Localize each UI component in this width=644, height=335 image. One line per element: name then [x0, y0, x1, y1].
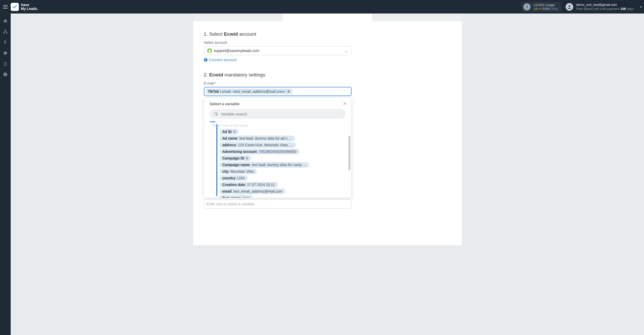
rail-flows-icon[interactable] — [3, 29, 8, 35]
picker-close-icon[interactable]: ✕ — [343, 101, 347, 106]
variable-pill[interactable]: city: Mountain View — [219, 169, 257, 174]
rail-user-icon[interactable] — [3, 61, 8, 67]
account-select-label: Select account — [204, 41, 451, 45]
variable-pill[interactable]: Advertising account: 7051862609259266050 — [219, 149, 299, 154]
variable-pill[interactable]: country: USA — [219, 175, 248, 181]
wizard-tab-2[interactable] — [283, 14, 372, 21]
account-select-value: support@savemyleads.com — [214, 49, 259, 53]
chip-remove-icon[interactable]: ✕ — [287, 89, 290, 93]
email-variable-chip[interactable]: TikTok | email: «test_email_address@mail… — [206, 89, 292, 94]
leads-usage-badge[interactable]: i LEADS usage: 14 of 5'000 (0%) — [521, 2, 561, 12]
variable-search-input[interactable] — [221, 112, 342, 116]
variable-source-label: TikTok: Get LEADS (new) — [212, 124, 347, 127]
side-rail: $ ? — [0, 14, 11, 335]
variable-list-scroll[interactable]: TikTok: Get LEADS (new) Ad ID: 0Ad name:… — [204, 121, 351, 198]
rail-home-icon[interactable] — [3, 19, 8, 24]
brand-logo[interactable]: Save My Leads. — [11, 3, 38, 11]
variable-search-box[interactable] — [210, 109, 346, 119]
avatar-icon — [566, 3, 573, 11]
wizard-tab-1[interactable] — [193, 14, 283, 21]
step2-heading: 2. Ecwid mandatory settings — [204, 72, 451, 78]
variable-pill[interactable]: Ad ID: 0 — [219, 129, 239, 135]
variable-pill[interactable]: Campaign ID: 0 — [219, 155, 251, 161]
variable-pill[interactable]: email: test_email_address@mail.com — [219, 189, 285, 194]
topbar: Save My Leads. i LEADS usage: 14 of 5'00… — [0, 0, 644, 14]
svg-rect-1 — [5, 30, 6, 31]
step1-heading: 1. Select Ecwid account — [204, 31, 451, 37]
brand-text: Save My Leads. — [21, 3, 38, 11]
svg-rect-3 — [6, 32, 7, 34]
account-icon — [207, 48, 212, 53]
chevron-down-icon[interactable]: ▾ — [638, 5, 644, 9]
email-field-label: E-mail * — [204, 81, 451, 85]
rail-briefcase-icon[interactable] — [3, 51, 8, 56]
svg-point-0 — [569, 5, 570, 7]
user-menu[interactable]: demo_sml_test@gmail.com Plan |Basic| lef… — [566, 3, 634, 11]
email-chip-input[interactable]: TikTok | email: «test_email_address@mail… — [204, 87, 352, 96]
variable-pill[interactable]: first_name: Jane — [219, 195, 253, 198]
plus-icon: + — [204, 58, 207, 62]
svg-text:?: ? — [5, 73, 6, 76]
account-select[interactable]: support@savemyleads.com ⌄ — [204, 46, 352, 55]
rail-billing-icon[interactable]: $ — [4, 40, 7, 46]
settings-panel: 1. Select Ecwid account Select account s… — [193, 21, 462, 245]
info-icon: i — [523, 3, 530, 10]
main-canvas: 1. Select Ecwid account Select account s… — [11, 14, 644, 335]
wizard-tab-3[interactable] — [372, 14, 462, 21]
user-text: demo_sml_test@gmail.com Plan |Basic| lef… — [576, 3, 634, 11]
leads-usage-text: LEADS usage: 14 of 5'000 (0%) — [534, 3, 558, 11]
variable-pill[interactable]: Ad name: test lead: dummy data for ad n … — [219, 136, 295, 141]
rail-help-icon[interactable]: ? — [3, 72, 8, 78]
hamburger-menu-button[interactable] — [0, 7, 11, 7]
svg-rect-2 — [4, 32, 5, 34]
connect-account-link[interactable]: + Connect account — [204, 58, 451, 62]
variable-pill[interactable]: Creation date: 17.07.2024 15:11 — [219, 182, 278, 187]
logo-icon — [11, 3, 19, 11]
search-icon — [214, 112, 218, 116]
svg-text:$: $ — [4, 40, 6, 44]
next-field-input[interactable]: Enter text or select a variable — [204, 199, 352, 209]
chevron-down-icon: ⌄ — [345, 48, 348, 53]
source-indicator-bar — [216, 124, 217, 196]
picker-title: Select a variable — [210, 102, 240, 106]
variable-pill[interactable]: address: 123 Castro Ave. Mountain View, … — [219, 142, 296, 148]
scrollbar-thumb[interactable] — [348, 136, 350, 170]
variable-picker: Select a variable ✕ TikTok: Get LEADS (n… — [204, 98, 352, 198]
svg-point-5 — [5, 62, 6, 64]
wizard-tabs — [193, 14, 462, 21]
variable-pill[interactable]: Campaign name: test lead: dummy data for… — [219, 162, 310, 168]
